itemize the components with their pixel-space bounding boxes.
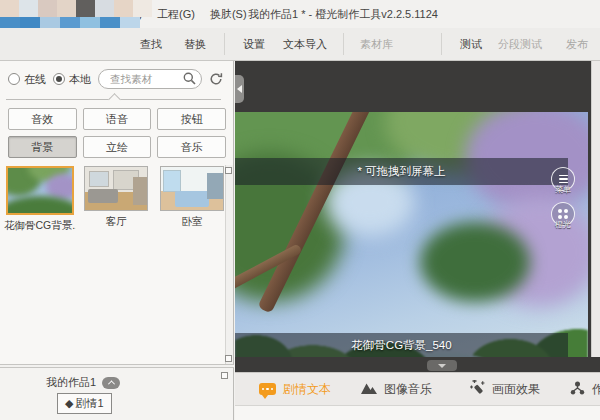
- menu-project[interactable]: 工程(G): [157, 7, 195, 22]
- chevron-left-icon: [237, 85, 242, 93]
- flowchart-icon: [570, 381, 585, 398]
- menu-skin[interactable]: 换肤(S): [210, 7, 247, 22]
- expand-text-panel-handle[interactable]: [427, 360, 457, 371]
- toolbar-divider: [441, 33, 442, 55]
- tab-label: 画面效果: [492, 381, 540, 398]
- player-menu-label: 菜单: [555, 184, 571, 195]
- refresh-icon[interactable]: [209, 72, 223, 86]
- asset-thumbnails: 花御骨CG背景.. 客厅 卧室: [4, 166, 228, 233]
- scrollbar-button[interactable]: [225, 355, 232, 362]
- censored-icons-row1: [0, 0, 152, 17]
- asset-thumb-label: 花御骨CG背景..: [4, 219, 76, 233]
- scene-item-label: 剧情1: [75, 396, 103, 411]
- censored-pixel-block: [0, 0, 19, 17]
- toolbar: 查找 替换 设置 文本导入 素材库 测试 分段测试 发布: [0, 28, 600, 61]
- panel-divider-caret: [6, 99, 221, 100]
- radio-circle-icon: [8, 73, 20, 85]
- tab-story-text[interactable]: 剧情文本: [259, 381, 331, 398]
- chat-bubble-icon: [259, 383, 276, 395]
- text-area-top-strip: [235, 405, 600, 420]
- asset-thumb-bedroom[interactable]: 卧室: [156, 166, 228, 233]
- mountain-image-icon: [361, 381, 377, 397]
- text-import-button[interactable]: 文本导入: [283, 37, 327, 52]
- search-input[interactable]: [108, 72, 183, 86]
- toolbar-divider: [224, 33, 225, 55]
- category-sound-effects[interactable]: 音效: [8, 108, 77, 130]
- censored-pixel-block: [19, 0, 38, 17]
- radio-circle-selected-icon: [53, 73, 65, 85]
- censored-pixel-block: [57, 0, 76, 17]
- tab-screen-effects[interactable]: 画面效果: [468, 380, 540, 398]
- radio-local-label: 本地: [69, 72, 91, 87]
- radio-local[interactable]: 本地: [53, 72, 91, 87]
- diamond-icon: ◆: [65, 397, 73, 410]
- category-music[interactable]: 音乐: [157, 136, 226, 158]
- category-background[interactable]: 背景: [8, 136, 77, 158]
- stage-bottom-bar: [235, 357, 600, 372]
- caption-bar: 花御骨CG背景_540: [235, 333, 568, 357]
- player-menu-button[interactable]: 菜单: [551, 167, 575, 191]
- tab-image-music[interactable]: 图像音乐: [361, 381, 432, 398]
- scene-item-button[interactable]: ◆ 剧情1: [57, 393, 112, 414]
- test-button[interactable]: 测试: [460, 37, 482, 52]
- player-logo-label: 橙光: [555, 219, 571, 230]
- censored-pixel-block: [133, 0, 152, 17]
- search-icon[interactable]: [183, 72, 196, 87]
- stage-scrollbar[interactable]: [591, 61, 600, 372]
- radio-online-label: 在线: [24, 72, 46, 87]
- tab-label: 剧情文本: [283, 381, 331, 398]
- background-caption: 花御骨CG背景_540: [351, 338, 451, 353]
- scrollbar-button[interactable]: [221, 372, 228, 379]
- background-preview-image[interactable]: * 可拖拽到屏幕上 花御骨CG背景_540 菜单 橙光: [235, 112, 588, 357]
- radio-online[interactable]: 在线: [8, 72, 46, 87]
- asset-thumb-label: 客厅: [80, 215, 152, 229]
- censored-pixel-block: [76, 0, 95, 17]
- window-title: 我的作品1 * - 橙光制作工具v2.2.5.1124: [248, 7, 438, 22]
- chevron-down-icon: [438, 364, 446, 368]
- toolbar-divider: [343, 33, 344, 55]
- asset-thumb-label: 卧室: [156, 215, 228, 229]
- magic-wand-icon: [468, 380, 485, 398]
- censored-pixel-block: [114, 0, 133, 17]
- material-library-panel: 在线 本地 音效 语音 按钮 背景 立绘 音乐: [0, 61, 234, 365]
- replace-button[interactable]: 替换: [184, 37, 206, 52]
- find-button[interactable]: 查找: [140, 37, 162, 52]
- asset-thumb-image: [84, 166, 148, 211]
- tab-story-flow[interactable]: 作品流程: [570, 381, 600, 398]
- asset-thumb-image: [6, 166, 74, 215]
- chevron-up-icon: [108, 380, 115, 387]
- asset-thumb-living-room[interactable]: 客厅: [80, 166, 152, 233]
- settings-button[interactable]: 设置: [243, 37, 265, 52]
- player-logo-button[interactable]: 橙光: [551, 202, 575, 226]
- collapse-left-panel-handle[interactable]: [235, 75, 244, 103]
- tab-label: 作品流程: [592, 381, 600, 398]
- project-name: 我的作品1: [46, 375, 96, 390]
- app-window: 工具(T) 工程(G) 换肤(S) 我的作品1 * - 橙光制作工具v2.2.5…: [0, 0, 600, 420]
- player-side-buttons: 菜单 橙光: [551, 167, 575, 226]
- publish-button[interactable]: 发布: [566, 37, 588, 52]
- drag-hint-text: * 可拖拽到屏幕上: [357, 164, 445, 179]
- asset-thumb-image: [160, 166, 224, 211]
- menu-icon: [559, 175, 568, 184]
- project-panel: 我的作品1 ◆ 剧情1: [0, 367, 234, 420]
- asset-thumb-forest-bg[interactable]: 花御骨CG背景..: [4, 166, 76, 233]
- drag-hint-bar: * 可拖拽到屏幕上: [235, 158, 568, 185]
- category-character-art[interactable]: 立绘: [83, 136, 152, 158]
- censored-pixel-block: [95, 0, 114, 17]
- category-voice[interactable]: 语音: [83, 108, 152, 130]
- source-filter-row: 在线 本地: [8, 69, 223, 89]
- stage-area: * 可拖拽到屏幕上 花御骨CG背景_540 菜单 橙光: [235, 61, 600, 420]
- segment-test-button[interactable]: 分段测试: [498, 37, 542, 52]
- clover-logo-icon: [558, 209, 568, 219]
- left-panel-scrollbar[interactable]: [225, 165, 233, 364]
- collapse-panel-button[interactable]: [102, 377, 120, 389]
- material-library-button[interactable]: 素材库: [360, 37, 393, 52]
- search-box: [98, 69, 202, 89]
- category-buttons-assets[interactable]: 按钮: [157, 108, 226, 130]
- censored-pixel-block: [38, 0, 57, 17]
- editor-bottom-tabs: 剧情文本 图像音乐 画面效果: [235, 372, 600, 405]
- category-buttons: 音效 语音 按钮 背景 立绘 音乐: [8, 108, 226, 158]
- tab-label: 图像音乐: [384, 381, 432, 398]
- scrollbar-button[interactable]: [225, 167, 232, 174]
